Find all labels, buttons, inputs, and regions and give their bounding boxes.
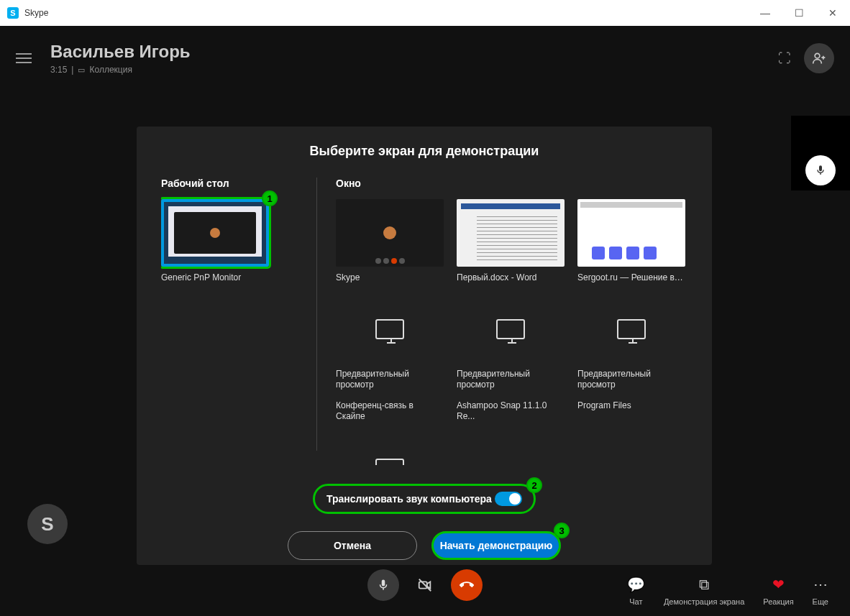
close-button[interactable]: ✕ [823,4,843,22]
window-thumbnail [577,199,685,267]
window-thumbnail [457,199,565,267]
skype-logo-icon: S [7,7,19,19]
reaction-button[interactable]: ❤ Реакция [763,576,793,606]
call-subtitle: 3:15 | ▭ Коллекция [50,65,191,75]
desktop-section-title: Рабочий стол [161,178,298,189]
preview-tile[interactable]: Предварительный просмотр Ashampoo Snap 1… [457,295,565,422]
window-tile-browser[interactable]: Sergoot.ru — Решение ва... [577,199,685,282]
preview-sublabel: Ashampoo Snap 11.1.0 Re... [457,400,565,422]
share-label: Демонстрация экрана [664,597,744,606]
preview-label: Предварительный просмотр [336,369,444,390]
chat-icon: 💬 [627,576,645,593]
more-label: Еще [813,597,828,606]
preview-sublabel: Program Files [577,400,685,411]
skype-avatar: S [27,504,68,544]
call-header: Васильев Игорь 3:15 | ▭ Коллекция ⛶ [0,26,850,91]
desktop-tile[interactable]: 1 Generic PnP Monitor [161,199,269,282]
cancel-button[interactable]: Отмена [288,531,417,560]
crop-icon[interactable]: ⛶ [778,51,791,66]
mic-button[interactable] [367,569,399,601]
window-thumbnail [336,199,444,267]
dialog-title: Выберите экран для демонстрации [161,144,687,159]
preview-tile[interactable]: Предварительный [336,435,444,465]
desktop-thumbnail [161,199,269,267]
reaction-label: Реакция [763,597,793,606]
window-tile-word[interactable]: Первый.docx - Word [457,199,565,282]
chat-button[interactable]: 💬 Чат [627,576,645,606]
maximize-button[interactable]: ☐ [789,4,810,22]
preview-label: Предварительный просмотр [457,369,565,390]
video-button[interactable] [409,569,441,601]
annotation-badge-1: 1 [262,190,278,206]
screen-share-button[interactable]: ⧉ Демонстрация экрана [664,576,744,606]
svg-point-0 [815,53,820,58]
monitor-icon [496,319,525,339]
monitor-icon [617,319,646,339]
contact-name: Васильев Игорь [50,42,191,62]
more-button[interactable]: ⋯ Еще [813,576,828,606]
window-section-title: Окно [336,178,687,189]
monitor-icon [375,319,404,339]
window-tile-skype[interactable]: Skype [336,199,444,282]
end-call-button[interactable] [451,569,483,601]
more-icon: ⋯ [813,576,828,593]
minimize-button[interactable]: — [754,4,776,22]
call-duration: 3:15 [50,65,67,75]
audio-toggle-label: Транслировать звук компьютера [326,493,495,505]
preview-tile[interactable]: Предварительный просмотр Program Files [577,295,685,422]
tile-label: Skype [336,272,444,282]
chat-label: Чат [629,597,642,606]
titlebar: S Skype — ☐ ✕ [0,0,850,26]
audio-toggle[interactable] [495,492,522,506]
start-share-button[interactable]: Начать демонстрацию [431,531,561,560]
preview-label: Предварительный просмотр [577,369,685,390]
annotation-badge-2: 2 [526,477,542,493]
monitor-icon [375,459,404,465]
preview-tile[interactable]: Предварительный просмотр Конференц-связь… [336,295,444,422]
annotation-badge-3: 3 [554,523,570,538]
app-body: Васильев Игорь 3:15 | ▭ Коллекция ⛶ S [0,26,850,616]
tile-label: Первый.docx - Word [457,272,565,282]
collection-label: Коллекция [89,65,132,75]
screen-share-dialog: Выберите экран для демонстрации Рабочий … [137,127,712,565]
add-person-button[interactable] [804,43,834,73]
desktop-tile-label: Generic PnP Monitor [161,272,269,282]
mic-button-overlay[interactable] [805,155,836,185]
window-title: Skype [24,8,48,18]
tile-label: Sergoot.ru — Решение ва... [577,272,685,282]
menu-icon[interactable] [16,47,37,69]
self-preview-overlay [791,116,850,190]
column-divider [316,178,317,451]
preview-sublabel: Конференц-связь в Скайпе [336,400,444,422]
collection-icon: ▭ [78,65,85,75]
app-window: S Skype — ☐ ✕ Васильев Игорь 3:15 | ▭ Ко… [0,0,850,616]
audio-toggle-row: 2 Транслировать звук компьютера [313,484,536,514]
share-icon: ⧉ [699,576,709,593]
heart-icon: ❤ [772,576,785,593]
